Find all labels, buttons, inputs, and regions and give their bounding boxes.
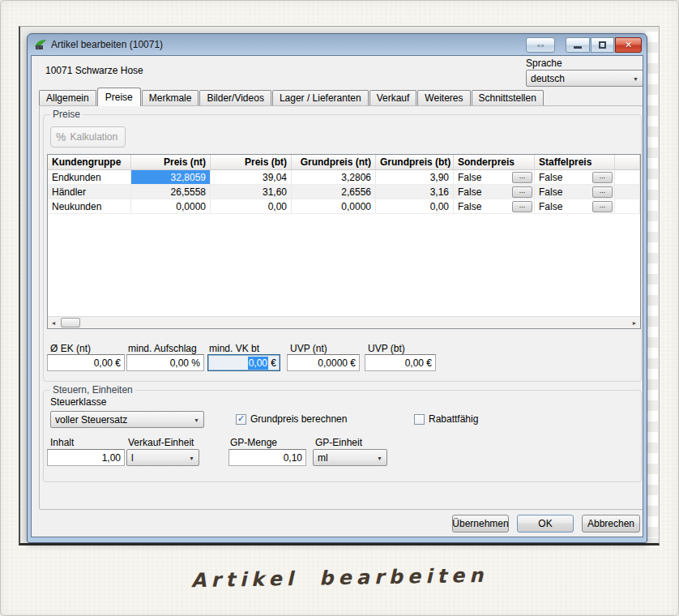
maximize-button[interactable] [591, 37, 614, 53]
gp-einheit-label: GP-Einheit [315, 437, 362, 448]
col-preis-nt[interactable]: Preis (nt) [131, 155, 211, 169]
cell-grundpreis-nt[interactable]: 2,6556 [292, 185, 376, 199]
gp-menge-field[interactable]: 0,10 [228, 449, 306, 466]
sonderpreis-more-button[interactable]: ... [512, 172, 532, 183]
col-sonderpreis[interactable]: Sonderpreis [454, 155, 535, 169]
maximize-icon [599, 41, 606, 49]
ok-button[interactable]: OK [517, 515, 574, 533]
expand-window-button[interactable]: ⇔ [526, 37, 555, 53]
staffelpreis-value: False [539, 186, 562, 198]
uvp-bt-value: 0,00 € [405, 357, 432, 369]
sonderpreis-more-button[interactable]: ... [512, 201, 532, 212]
cell-preis-nt[interactable]: 26,5558 [131, 185, 211, 199]
tab-schnittstellen[interactable]: Schnittstellen [472, 90, 544, 105]
col-grundpreis-bt[interactable]: Grundpreis (bt) [376, 155, 454, 169]
dialog-client-area: 10071 Schwarze Hose Sprache deutsch ▼ Al… [31, 55, 643, 537]
col-grundpreis-nt[interactable]: Grundpreis (nt) [292, 155, 376, 169]
cell-preis-bt[interactable]: 31,60 [211, 185, 292, 199]
table-row-endkunden[interactable]: Endkunden 32,8059 39,04 3,2806 3,90 Fals… [48, 170, 640, 185]
staffelpreis-more-button[interactable]: ... [592, 186, 613, 198]
tab-preise[interactable]: Preise [97, 88, 141, 106]
app-logo-icon [34, 38, 47, 51]
tab-weiteres[interactable]: Weiteres [417, 90, 470, 105]
mind-vk-bt-label: mind. VK bt [209, 343, 259, 354]
price-table: Kundengruppe Preis (nt) Preis (bt) Grund… [47, 154, 641, 329]
abbrechen-button[interactable]: Abbrechen [582, 515, 640, 533]
uvp-bt-field[interactable]: 0,00 € [365, 354, 436, 371]
tab-allgemein[interactable]: Allgemein [39, 90, 96, 105]
sprache-value: deutsch [531, 73, 565, 84]
scroll-left-icon[interactable]: ◄ [48, 320, 59, 326]
expand-icon: ⇔ [536, 39, 546, 51]
close-button[interactable]: ✕ [615, 37, 642, 53]
preise-tab-page: Preise % Kalkulation Kundengruppe Preis … [39, 105, 643, 510]
col-preis-bt[interactable]: Preis (bt) [211, 155, 292, 169]
preise-group-label: Preise [50, 109, 83, 120]
cell-kundengruppe[interactable]: Endkunden [48, 170, 131, 184]
staffelpreis-more-button[interactable]: ... [592, 172, 613, 183]
rabattfaehig-checkbox-row: Rabattfähig [414, 413, 478, 425]
cell-preis-bt[interactable]: 39,04 [211, 170, 292, 184]
kalkulation-label: Kalkulation [70, 131, 117, 143]
inhalt-field[interactable]: 1,00 [47, 449, 125, 466]
cell-kundengruppe[interactable]: Neukunden [48, 199, 131, 213]
tab-bilder-videos[interactable]: Bilder/Videos [199, 90, 271, 105]
kalkulation-icon: % [56, 130, 66, 143]
scrollbar-thumb[interactable] [61, 318, 80, 327]
screenshot-area: Artikel bearbeiten (10071) ⇔ ✕ [19, 26, 660, 545]
steuerklasse-dropdown[interactable]: voller Steuersatz ▼ [50, 411, 204, 428]
mind-vk-bt-field[interactable]: 0,00 € [207, 354, 280, 371]
cell-grundpreis-bt[interactable]: 0,00 [376, 199, 454, 213]
cell-preis-bt[interactable]: 0,00 [211, 199, 292, 213]
minimize-button[interactable] [566, 37, 590, 53]
gp-einheit-dropdown[interactable]: ml ▼ [313, 449, 387, 466]
titlebar[interactable]: Artikel bearbeiten (10071) ⇔ ✕ [31, 34, 643, 55]
cell-grundpreis-nt[interactable]: 3,2806 [292, 170, 376, 184]
sonderpreis-value: False [458, 172, 481, 183]
cell-staffelpreis: False ... [535, 199, 615, 213]
staffelpreis-more-button[interactable]: ... [592, 201, 613, 212]
ek-nt-field[interactable]: 0,00 € [47, 354, 125, 371]
uebernehmen-button[interactable]: Übernehmen [452, 515, 509, 533]
tab-verkauf[interactable]: Verkauf [369, 90, 417, 105]
grundpreis-checkbox-label: Grundpreis berechnen [250, 413, 347, 425]
mind-aufschlag-field[interactable]: 0,00 % [126, 354, 204, 371]
col-kundengruppe[interactable]: Kundengruppe [48, 155, 131, 169]
cell-preis-nt[interactable]: 0,0000 [131, 199, 211, 213]
article-label: 10071 Schwarze Hose [45, 65, 143, 76]
cell-filler [615, 170, 640, 184]
uvp-nt-field[interactable]: 0,0000 € [287, 354, 360, 371]
gp-menge-value: 0,10 [284, 452, 302, 464]
tab-lager-lieferanten[interactable]: Lager / Lieferanten [272, 90, 369, 105]
rabattfaehig-checkbox[interactable] [414, 414, 425, 425]
kalkulation-button[interactable]: % Kalkulation [50, 126, 126, 148]
sonderpreis-value: False [458, 201, 481, 212]
cell-kundengruppe[interactable]: Händler [48, 185, 131, 199]
cell-preis-nt-selected[interactable]: 32,8059 [131, 170, 211, 184]
cell-filler [615, 185, 640, 199]
table-row-neukunden[interactable]: Neukunden 0,0000 0,00 0,0000 0,00 False … [48, 199, 640, 214]
sonderpreis-value: False [458, 186, 481, 198]
ek-nt-value: 0,00 € [94, 357, 121, 369]
cell-grundpreis-nt[interactable]: 0,0000 [292, 199, 376, 213]
ek-nt-label: Ø EK (nt) [50, 343, 91, 354]
grundpreis-berechnen-checkbox-row: ✓ Grundpreis berechnen [236, 413, 347, 425]
verkauf-einheit-dropdown[interactable]: l ▼ [126, 449, 199, 466]
grundpreis-checkbox[interactable]: ✓ [236, 414, 246, 425]
verkauf-einheit-value: l [131, 452, 134, 464]
cell-filler [615, 199, 640, 213]
horizontal-scrollbar[interactable]: ◄ ► [48, 316, 640, 328]
col-staffelpreis[interactable]: Staffelpreis [535, 155, 615, 169]
close-icon: ✕ [625, 40, 632, 50]
tab-merkmale[interactable]: Merkmale [142, 90, 199, 105]
uvp-nt-value: 0,0000 € [318, 357, 356, 369]
scroll-right-icon[interactable]: ► [629, 320, 640, 326]
cell-grundpreis-bt[interactable]: 3,16 [376, 185, 454, 199]
cell-grundpreis-bt[interactable]: 3,90 [376, 170, 454, 184]
uvp-nt-label: UVP (nt) [290, 343, 327, 354]
table-row-haendler[interactable]: Händler 26,5558 31,60 2,6556 3,16 False … [48, 185, 640, 199]
cell-sonderpreis: False ... [454, 170, 535, 184]
sprache-dropdown[interactable]: deutsch ▼ [526, 70, 643, 87]
sonderpreis-more-button[interactable]: ... [512, 186, 532, 198]
cell-sonderpreis: False ... [454, 185, 535, 199]
